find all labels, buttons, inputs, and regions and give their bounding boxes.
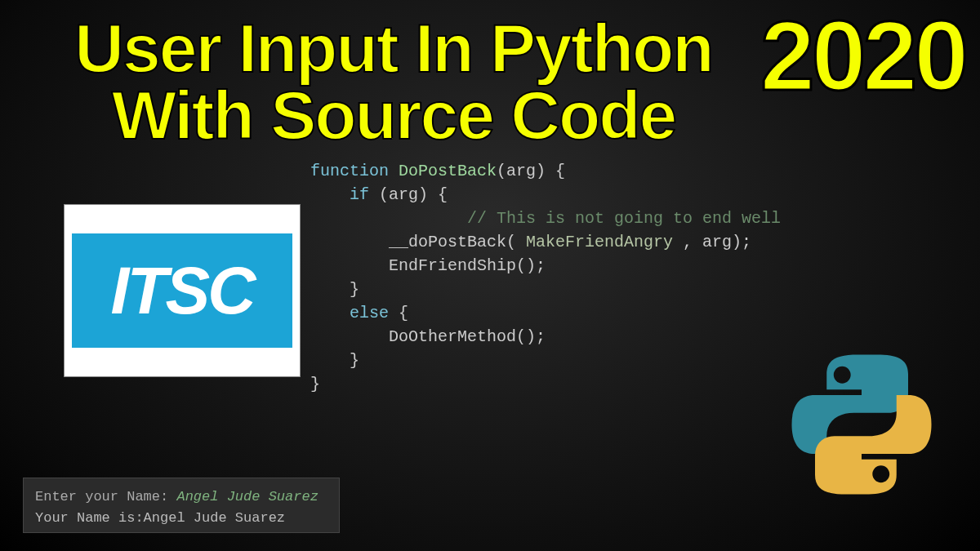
itsc-logo-inner: ITSC	[72, 233, 292, 348]
year-label: 2020	[760, 7, 965, 104]
title-line-2: With Source Code	[26, 82, 761, 149]
title-block: User Input In Python With Source Code	[26, 15, 761, 149]
terminal-line-1: Enter your Name: Angel Jude Suarez	[35, 487, 327, 508]
code-comment: // This is not going to end well	[389, 209, 781, 228]
code-arg: MakeFriendAngry	[526, 233, 673, 251]
terminal-input: Angel Jude Suarez	[176, 489, 318, 504]
terminal-line-2: Your Name is:Angel Jude Suarez	[35, 508, 327, 529]
terminal-prompt: Enter your Name:	[35, 489, 176, 504]
code-line3c: , arg);	[673, 233, 751, 251]
python-logo-icon	[784, 347, 939, 502]
itsc-logo-text: ITSC	[111, 252, 254, 329]
title-line-1: User Input In Python	[26, 15, 761, 82]
code-line3a: __doPostBack(	[310, 233, 526, 251]
itsc-logo: ITSC	[64, 204, 301, 377]
code-snippet: function DoPostBack(arg) { if (arg) { //…	[310, 159, 781, 396]
code-fn-name: DoPostBack	[399, 162, 497, 180]
terminal-output: Enter your Name: Angel Jude Suarez Your …	[23, 478, 340, 533]
